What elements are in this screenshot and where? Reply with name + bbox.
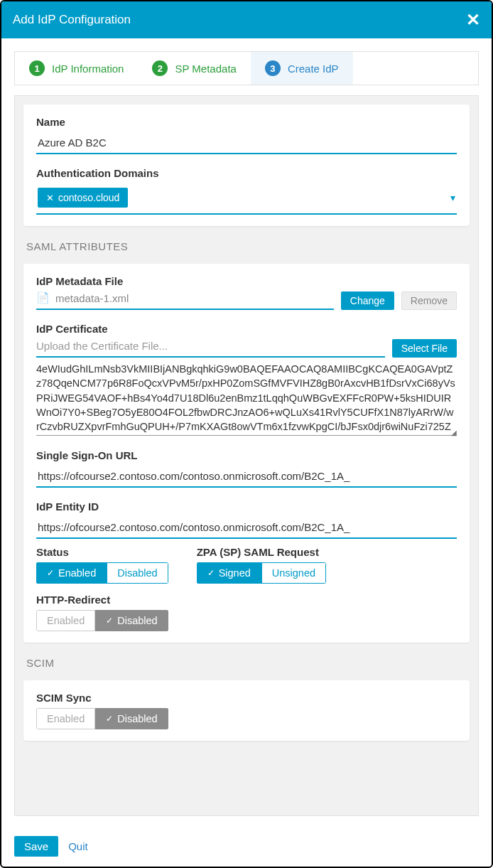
check-icon: ✓ [207, 568, 215, 578]
remove-chip-icon[interactable]: ✕ [46, 193, 54, 203]
metadata-filename: metadata-1.xml [55, 292, 129, 304]
step-nav: 1 IdP Information 2 SP Metadata 3 Create… [14, 51, 479, 85]
scim-card: SCIM Sync Enabled ✓ Disabled [23, 680, 470, 741]
cert-upload-placeholder[interactable]: Upload the Certificate File... [36, 340, 385, 358]
zpa-signed-button[interactable]: ✓ Signed [197, 562, 261, 584]
file-icon: 📄 [36, 291, 50, 304]
form-panel: Name Authentication Domains ✕ contoso.cl… [14, 95, 479, 816]
dialog-footer: Save Quit [1, 829, 492, 867]
metadata-file-display: 📄 metadata-1.xml [36, 291, 334, 310]
scim-sync-toggle: Enabled ✓ Disabled [36, 708, 168, 729]
auth-domains-select[interactable]: ✕ contoso.cloud ▾ [36, 183, 457, 215]
close-icon[interactable]: ✕ [466, 10, 480, 30]
status-disabled-button[interactable]: Disabled [107, 562, 168, 584]
domain-chip-label: contoso.cloud [58, 192, 119, 203]
scim-section-label: SCIM [23, 653, 470, 670]
cert-content[interactable]: 4eWIudGhILmNsb3VkMIIBIjANBgkqhkiG9w0BAQE… [36, 362, 457, 436]
http-enabled-button[interactable]: Enabled [36, 610, 95, 631]
step-label: Create IdP [288, 63, 339, 75]
auth-domains-label: Authentication Domains [36, 167, 457, 179]
zpa-group: ZPA (SP) SAML Request ✓ Signed Unsigned [197, 546, 326, 584]
http-redirect-label: HTTP-Redirect [36, 594, 457, 606]
scim-disabled-button[interactable]: ✓ Disabled [95, 708, 168, 729]
step-label: IdP Information [52, 63, 124, 75]
check-icon: ✓ [106, 714, 113, 724]
saml-section-label: SAML ATTRIBUTES [23, 236, 470, 254]
chevron-down-icon[interactable]: ▾ [450, 192, 455, 203]
scim-enabled-button[interactable]: Enabled [36, 708, 95, 729]
step-idp-information[interactable]: 1 IdP Information [15, 52, 138, 85]
check-icon: ✓ [106, 616, 113, 626]
name-label: Name [36, 116, 457, 128]
cert-label: IdP Certificate [36, 323, 457, 335]
http-disabled-button[interactable]: ✓ Disabled [95, 610, 168, 631]
zpa-unsigned-button[interactable]: Unsigned [261, 562, 326, 584]
status-label: Status [36, 546, 168, 558]
zpa-label: ZPA (SP) SAML Request [197, 546, 326, 558]
sso-url-label: Single Sign-On URL [36, 449, 457, 461]
saml-card: IdP Metadata File 📄 metadata-1.xml Chang… [23, 264, 470, 643]
dialog-content: 1 IdP Information 2 SP Metadata 3 Create… [1, 38, 492, 829]
step-number-icon: 2 [152, 60, 168, 76]
dialog-titlebar: Add IdP Configuration ✕ [1, 1, 492, 38]
step-create-idp[interactable]: 3 Create IdP [251, 52, 353, 85]
http-group: HTTP-Redirect Enabled ✓ Disabled [36, 594, 457, 631]
zpa-toggle: ✓ Signed Unsigned [197, 562, 326, 584]
remove-button[interactable]: Remove [401, 291, 457, 310]
quit-link[interactable]: Quit [68, 840, 88, 852]
basic-info-card: Name Authentication Domains ✕ contoso.cl… [23, 105, 470, 226]
status-enabled-button[interactable]: ✓ Enabled [36, 562, 107, 584]
entity-id-label: IdP Entity ID [36, 500, 457, 513]
select-file-button[interactable]: Select File [392, 339, 457, 358]
step-number-icon: 1 [29, 60, 45, 76]
name-input[interactable] [36, 132, 457, 154]
step-sp-metadata[interactable]: 2 SP Metadata [138, 52, 250, 85]
save-button[interactable]: Save [14, 836, 58, 857]
change-button[interactable]: Change [341, 291, 394, 310]
dialog-title: Add IdP Configuration [13, 13, 131, 27]
step-label: SP Metadata [175, 63, 236, 75]
metadata-label: IdP Metadata File [36, 275, 457, 287]
status-toggle: ✓ Enabled Disabled [36, 562, 168, 584]
entity-id-input[interactable] [36, 517, 457, 539]
http-redirect-toggle: Enabled ✓ Disabled [36, 610, 168, 631]
domain-chip[interactable]: ✕ contoso.cloud [38, 188, 128, 208]
sso-url-input[interactable] [36, 466, 457, 488]
scim-sync-label: SCIM Sync [36, 692, 457, 704]
check-icon: ✓ [47, 568, 54, 578]
status-group: Status ✓ Enabled Disabled [36, 546, 168, 584]
step-number-icon: 3 [265, 60, 281, 76]
